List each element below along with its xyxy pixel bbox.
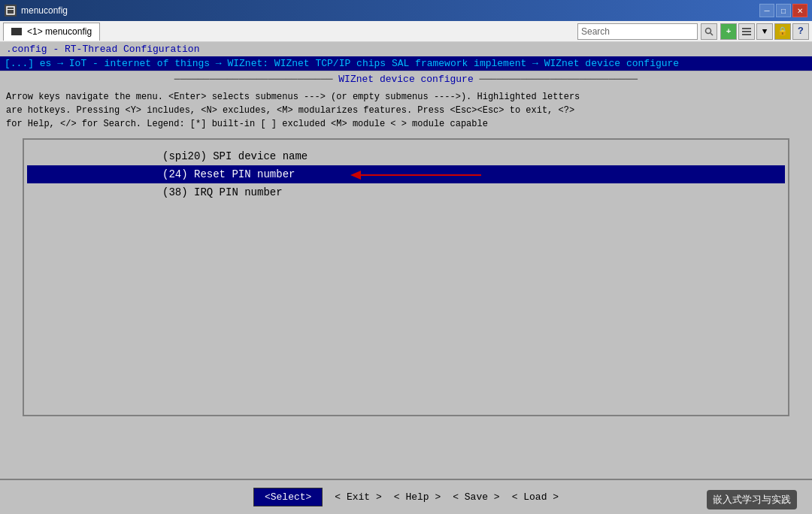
tab-label: <1> menuconfig (27, 26, 92, 37)
load-button-text: < Load > (512, 491, 559, 503)
exit-button-text: < Exit > (335, 491, 381, 503)
tab-menuconfig[interactable]: <1> menuconfig (3, 23, 100, 41)
section-title: WIZnet device configure (338, 74, 473, 85)
svg-rect-5 (742, 31, 751, 32)
bottom-toolbar: <Select> < Exit > < Help > < Save > < Lo… (0, 479, 812, 514)
close-button[interactable]: ✕ (792, 4, 807, 17)
reset-pin-row: (24) Reset PIN number (27, 165, 785, 183)
config-title-text: .config - RT-Thread Configuration (6, 44, 199, 55)
search-area: + ▼ 🔒 ? (577, 23, 809, 40)
save-button-text: < Save > (453, 491, 499, 503)
view-button[interactable] (738, 23, 755, 40)
search-input[interactable] (577, 23, 698, 40)
config-title: .config - RT-Thread Configuration (0, 42, 812, 56)
window-controls: ─ □ ✕ (759, 4, 807, 17)
add-button[interactable]: + (720, 23, 737, 40)
svg-rect-4 (742, 28, 751, 29)
title-bar: menuconfig ─ □ ✕ (0, 0, 812, 21)
breadcrumb-text: [...] es → IoT - internet of things → WI… (5, 58, 679, 69)
tab-icon (11, 28, 22, 35)
help-line-2: are hotkeys. Pressing <Y> includes, <N> … (6, 104, 806, 117)
minimize-button[interactable]: ─ (759, 4, 774, 17)
svg-rect-0 (7, 7, 14, 14)
search-icon (704, 27, 714, 36)
section-header: ─────────────────────────── WIZnet devic… (0, 71, 812, 87)
lock-icon: 🔒 (774, 23, 791, 40)
reset-pin-number-label: (24) Reset PIN number (162, 168, 295, 180)
list-item[interactable]: (38) IRQ PIN number (27, 183, 785, 201)
view-icon (742, 28, 751, 35)
menu-bar: <1> menuconfig + ▼ 🔒 ? (0, 21, 812, 42)
toolbar-buttons: + ▼ 🔒 ? (720, 23, 809, 40)
list-item[interactable]: (spi20) SPI device name (27, 147, 785, 165)
window-title: menuconfig (21, 5, 755, 16)
help-text: Arrow keys navigate the menu. <Enter> se… (0, 87, 812, 134)
svg-point-2 (706, 28, 711, 33)
spi-device-name-label: (spi20) SPI device name (162, 150, 308, 162)
svg-rect-1 (8, 9, 14, 10)
help-button-text: < Help > (394, 491, 441, 503)
window-icon (5, 5, 17, 17)
search-button[interactable] (701, 23, 717, 40)
watermark: 嵌入式学习与实践 (707, 490, 797, 509)
help-icon-button[interactable]: ? (792, 23, 809, 40)
maximize-button[interactable]: □ (776, 4, 791, 17)
dropdown-button[interactable]: ▼ (756, 23, 773, 40)
breadcrumb: [...] es → IoT - internet of things → WI… (0, 56, 812, 71)
help-line-1: Arrow keys navigate the menu. <Enter> se… (6, 90, 806, 104)
menu-box: (spi20) SPI device name (24) Reset PIN n… (23, 138, 789, 416)
irq-pin-number-label: (38) IRQ PIN number (162, 186, 283, 198)
svg-rect-6 (742, 34, 751, 35)
list-item[interactable]: (24) Reset PIN number (27, 165, 785, 183)
select-button[interactable]: <Select> (253, 488, 323, 506)
help-line-3: for Help, </> for Search. Legend: [*] bu… (6, 117, 806, 131)
svg-line-3 (710, 33, 713, 35)
